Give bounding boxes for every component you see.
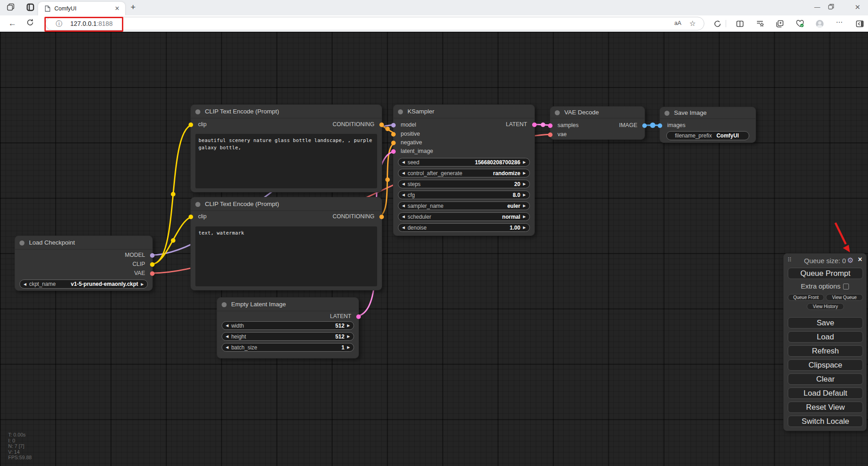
input-port-images[interactable] [658,123,662,128]
tab-actions-icon[interactable] [26,3,34,11]
increment-arrow-icon[interactable]: ▶ [523,223,526,232]
output-port-conditioning[interactable] [379,123,384,127]
widget-cfg[interactable]: ◀ cfg 8.0 ▶ [398,191,530,199]
node-empty-latent-image[interactable]: Empty Latent Image LATENT ◀ width 512 ▶ … [217,297,359,358]
node-ksampler[interactable]: KSampler model positive negative latent_… [393,104,535,236]
output-port-latent[interactable] [532,123,537,127]
increment-arrow-icon[interactable]: ▶ [523,169,526,177]
view-queue-button[interactable]: View Queue [826,294,863,301]
node-vae-decode[interactable]: VAE Decode samples vae IMAGE [550,106,645,140]
decrement-arrow-icon[interactable]: ◀ [402,223,405,232]
output-port-model[interactable] [150,253,155,258]
decrement-arrow-icon[interactable]: ◀ [402,201,405,210]
collections-icon[interactable] [776,20,784,28]
view-history-button[interactable]: View History [807,303,844,310]
node-title-bar[interactable]: CLIP Text Encode (Prompt) [191,197,382,211]
widget-control-after-generate[interactable]: ◀ control_after_generate randomize ▶ [398,169,530,177]
refresh-icon[interactable] [26,19,34,26]
collapse-dot[interactable] [222,302,227,307]
decrement-arrow-icon[interactable]: ◀ [402,169,405,177]
workspaces-icon[interactable] [6,3,15,12]
more-menu-icon[interactable]: ⋯ [836,18,844,26]
widget-sampler-name[interactable]: ◀ sampler_name euler ▶ [398,201,530,210]
increment-arrow-icon[interactable]: ▶ [523,191,526,199]
decrement-arrow-icon[interactable]: ◀ [226,321,228,330]
output-port-vae[interactable] [150,271,155,276]
widget-filename-prefix[interactable]: filename_prefix ComfyUI [666,131,749,140]
node-title-bar[interactable]: Load Checkpoint [15,236,152,250]
translate-icon[interactable]: aA [674,20,681,26]
output-port-clip[interactable] [150,262,155,267]
input-port-negative[interactable] [391,141,396,145]
increment-arrow-icon[interactable]: ▶ [523,212,526,221]
favorite-star-icon[interactable]: ☆ [689,19,696,28]
node-title-bar[interactable]: Empty Latent Image [217,298,359,311]
decrement-arrow-icon[interactable]: ◀ [226,343,228,352]
node-save-image[interactable]: Save Image images filename_prefix ComfyU… [659,107,756,143]
collapse-dot[interactable] [398,109,403,114]
widget-seed[interactable]: ◀ seed 156680208700286 ▶ [398,158,530,167]
increment-arrow-icon[interactable]: ▶ [523,158,526,167]
close-icon[interactable]: × [858,255,862,264]
node-clip-text-encode-positive[interactable]: CLIP Text Encode (Prompt) clip CONDITION… [190,104,382,192]
node-clip-text-encode-negative[interactable]: CLIP Text Encode (Prompt) clip CONDITION… [190,197,382,290]
widget-steps[interactable]: ◀ steps 20 ▶ [398,180,530,188]
window-restore-icon[interactable] [828,0,849,15]
profile-avatar[interactable] [816,20,824,28]
increment-arrow-icon[interactable]: ▶ [523,180,526,188]
load-default-button[interactable]: Load Default [788,388,863,399]
load-button[interactable]: Load [788,331,863,343]
increment-arrow-icon[interactable]: ▶ [347,343,350,352]
browser-essentials-icon[interactable] [796,20,804,28]
collapse-dot[interactable] [664,111,669,116]
widget-denoise[interactable]: ◀ denoise 1.00 ▶ [398,223,530,232]
node-title-bar[interactable]: KSampler [393,105,534,118]
decrement-arrow-icon[interactable]: ◀ [402,158,405,167]
increment-arrow-icon[interactable]: ▶ [347,332,350,341]
input-port-clip[interactable] [189,123,193,127]
save-button[interactable]: Save [788,317,863,329]
sidebar-toggle-icon[interactable] [856,20,863,28]
refresh-button[interactable]: Refresh [788,345,863,357]
node-title-bar[interactable]: Save Image [660,107,756,119]
widget-height[interactable]: ◀ height 512 ▶ [222,332,354,341]
clipspace-button[interactable]: Clipspace [788,359,863,371]
node-load-checkpoint[interactable]: Load Checkpoint MODEL CLIP VAE ◀ ckpt_na… [15,235,153,291]
decrement-arrow-icon[interactable]: ◀ [402,191,405,199]
input-port-clip[interactable] [189,215,193,219]
window-close-icon[interactable]: ✕ [847,0,868,15]
output-port-image[interactable] [642,123,647,128]
increment-arrow-icon[interactable]: ▶ [523,201,526,210]
clear-button[interactable]: Clear [788,373,863,385]
decrement-arrow-icon[interactable]: ◀ [402,212,405,221]
input-port-positive[interactable] [391,132,396,137]
node-title-bar[interactable]: CLIP Text Encode (Prompt) [191,105,382,118]
collapse-dot[interactable] [19,240,24,245]
increment-arrow-icon[interactable]: ▶ [347,321,350,330]
tab-close-icon[interactable]: ✕ [115,5,120,12]
collapse-dot[interactable] [555,110,560,115]
widget-ckpt-name[interactable]: ◀ ckpt_name v1-5-pruned-emaonly.ckpt ▶ [19,280,148,289]
decrement-arrow-icon[interactable]: ◀ [24,280,26,289]
input-port-latent-image[interactable] [391,149,396,154]
copilot-icon[interactable] [713,20,721,28]
address-bar[interactable]: ⓘ 127.0.0.1:8188 aA ☆ [45,17,704,30]
settings-gear-icon[interactable]: ⚙ [847,256,853,265]
queue-prompt-button[interactable]: Queue Prompt [788,268,863,279]
extra-options-checkbox[interactable] [843,284,849,289]
queue-front-button[interactable]: Queue Front [788,294,824,301]
new-tab-icon[interactable]: + [131,2,136,12]
reset-view-button[interactable]: Reset View [788,402,863,413]
widget-batch-size[interactable]: ◀ batch_size 1 ▶ [222,343,354,352]
favorites-icon[interactable] [756,20,764,28]
widget-width[interactable]: ◀ width 512 ▶ [222,321,354,330]
collapse-dot[interactable] [195,202,200,207]
input-port-model[interactable] [391,123,396,128]
switch-locale-button[interactable]: Switch Locale [788,416,863,427]
prompt-textarea[interactable]: beautiful scenery nature glass bottle la… [195,134,377,188]
input-port-samples[interactable] [548,123,553,128]
split-screen-icon[interactable] [736,20,744,28]
decrement-arrow-icon[interactable]: ◀ [402,180,405,188]
back-icon[interactable]: ← [8,19,16,28]
output-port-latent[interactable] [356,314,361,319]
